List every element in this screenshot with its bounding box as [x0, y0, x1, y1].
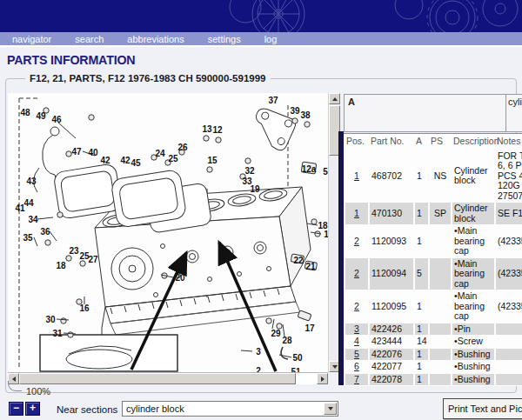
- detail-header-box: A: [344, 94, 506, 132]
- group-letter: A: [348, 97, 355, 107]
- down-arrow-icon: [332, 365, 338, 369]
- ps-cell: [430, 290, 451, 323]
- part-number-label: 42: [100, 156, 110, 165]
- desc-cell: •Screw: [452, 336, 494, 348]
- notes-cell: [496, 336, 522, 348]
- menu-item-log[interactable]: log: [264, 34, 278, 44]
- menu-item-settings[interactable]: settings: [208, 34, 241, 44]
- ps-cell: SP: [430, 203, 451, 224]
- part-number-label: 19: [250, 184, 259, 194]
- pos-link[interactable]: 7: [354, 374, 359, 384]
- col-pos: Pos.: [345, 135, 368, 150]
- part-number-label: 3: [256, 347, 261, 357]
- table-row: 14701301SPCylinder blockSE F12: [345, 203, 522, 224]
- desc-cell: Cylinder block: [452, 150, 494, 203]
- near-sections-select[interactable]: cylinder block: [122, 401, 338, 417]
- col-a: A: [415, 135, 428, 150]
- table-row: 64220771•Bushing: [345, 361, 522, 373]
- part-number-label: 12a: [302, 164, 317, 174]
- table-row: 442344414•Screw: [345, 336, 522, 348]
- zoom-out-button[interactable]: −: [9, 402, 23, 416]
- diagram-panel[interactable]: 4849464740424245242526131215373938323319…: [8, 93, 328, 372]
- section-name-header: cylinder block: [506, 94, 522, 132]
- pos-link[interactable]: 4: [354, 336, 359, 346]
- table-row: 211200945•Main bearing cap(42335: [345, 258, 522, 290]
- notes-cell: [496, 361, 522, 373]
- menu-item-navigator[interactable]: navigator: [12, 34, 51, 44]
- table-row: 14687021NSCylinder blockFOR T 6, 6 PC PC…: [345, 150, 522, 203]
- notes-cell: (42335: [496, 225, 522, 257]
- part-number-label: 32: [244, 166, 254, 176]
- part-number-label: 37: [268, 96, 278, 105]
- part-number-label: 20: [175, 273, 184, 283]
- menu-item-search[interactable]: search: [75, 34, 104, 44]
- notes-cell: FOR T 6, 6 PC PCS 4 120G F 27507: [496, 150, 522, 203]
- zoom-in-button[interactable]: +: [25, 402, 40, 416]
- pos-cell: 1: [345, 203, 368, 224]
- pos-link[interactable]: 1: [354, 170, 359, 181]
- horizontal-scrollbar[interactable]: [8, 372, 328, 384]
- pos-link[interactable]: 2: [354, 268, 359, 278]
- pos-link[interactable]: 2: [354, 236, 359, 246]
- pos-link[interactable]: 2: [354, 301, 359, 311]
- pos-link[interactable]: 3: [354, 323, 359, 334]
- scroll-up-button[interactable]: [329, 93, 340, 104]
- part-number-label: 47: [71, 147, 81, 157]
- desc-cell: •Main bearing cap: [452, 225, 494, 257]
- part-cell: 470130: [370, 203, 413, 224]
- col-part-no: Part No.: [370, 135, 413, 150]
- part-number-label: 30: [45, 315, 55, 324]
- parts-table-panel: Pos. Part No. A PS Description Notes 146…: [344, 133, 522, 386]
- dropdown-button[interactable]: [324, 403, 337, 415]
- part-number-label: 29: [271, 329, 280, 338]
- ps-cell: [430, 361, 451, 373]
- part-number-label: 2: [256, 366, 261, 373]
- desc-cell: •Main bearing cap: [452, 258, 494, 290]
- a-cell: 1: [415, 361, 428, 373]
- pos-link[interactable]: 5: [354, 349, 359, 359]
- a-cell: 1: [415, 225, 428, 257]
- pos-cell: 2: [345, 258, 368, 290]
- part-number-label: 50: [292, 353, 302, 363]
- desc-cell: Cylinder block: [452, 203, 494, 224]
- parts-table-body: 14687021NSCylinder blockFOR T 6, 6 PC PC…: [345, 150, 522, 386]
- notes-cell: (42335: [496, 258, 522, 290]
- notes-cell: [496, 374, 522, 386]
- ps-cell: [430, 225, 451, 257]
- table-row: 211200951•Main bearing cap(42335: [345, 290, 522, 323]
- part-cell: 1120095: [370, 290, 413, 323]
- part-number-label: 28: [282, 336, 291, 345]
- desc-cell: •Bushing: [452, 374, 494, 386]
- pos-link[interactable]: 1: [354, 208, 359, 218]
- table-row: 211200931•Main bearing cap(42335: [345, 225, 522, 257]
- part-number-label: 42: [120, 156, 130, 165]
- parts-table: Pos. Part No. A PS Description Notes 146…: [344, 134, 522, 386]
- pos-cell: 5: [345, 349, 368, 361]
- menu-item-abbreviations[interactable]: abbreviations: [127, 34, 184, 44]
- pos-link[interactable]: 6: [354, 361, 359, 371]
- part-number-label: 15: [207, 156, 217, 165]
- part-number-label: 49: [36, 111, 45, 121]
- part-cell: 422077: [370, 361, 413, 373]
- part-number-label: 46: [51, 115, 61, 124]
- ps-cell: [430, 336, 451, 348]
- print-button[interactable]: Print Text and Pictures: [443, 398, 522, 419]
- desc-cell: •Bushing: [452, 361, 494, 373]
- near-sections-value: cylinder block: [126, 403, 184, 414]
- scroll-right-button[interactable]: [317, 373, 328, 384]
- pos-cell: 1: [345, 150, 368, 203]
- part-number-label: 22: [293, 256, 303, 265]
- part-number-label: 38: [300, 110, 310, 120]
- notes-cell: [496, 349, 522, 361]
- section-title: F12, 21, PARTS, F12 1976-1983 CH 590000-…: [25, 73, 271, 83]
- part-number-label: 41: [15, 203, 24, 213]
- desc-cell: •Bushing: [452, 349, 494, 361]
- main-menu: navigator search abbreviations settings …: [0, 32, 522, 47]
- top-banner: [0, 0, 522, 32]
- ps-cell: [430, 323, 451, 336]
- notes-cell: SE F12: [496, 203, 522, 224]
- part-number-label: 44: [23, 198, 33, 208]
- a-cell: 1: [415, 203, 428, 224]
- ps-cell: [430, 374, 451, 386]
- horizontal-scroll-thumb[interactable]: [19, 373, 296, 384]
